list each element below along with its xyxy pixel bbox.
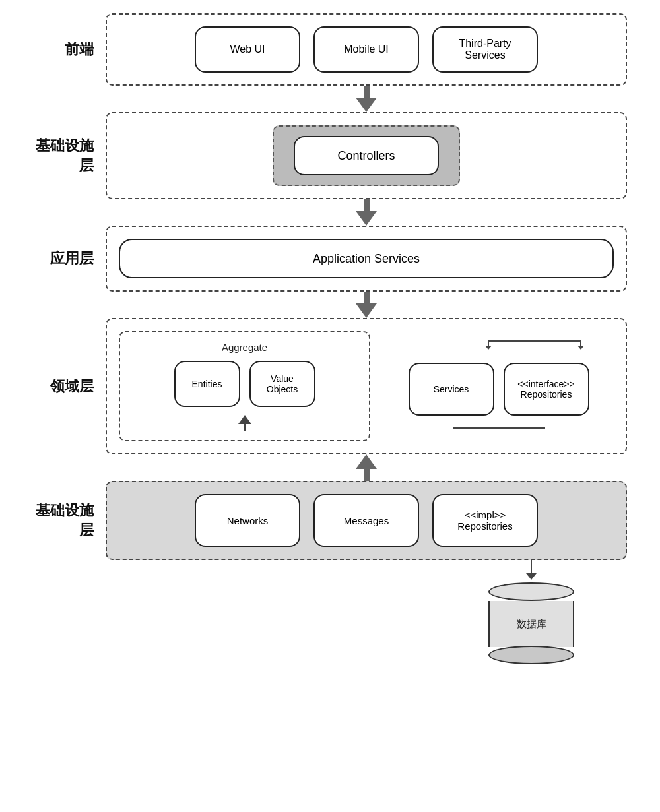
app-content: Application Services bbox=[119, 239, 614, 278]
domain-box: Aggregate Entities ValueObjects bbox=[106, 318, 627, 454]
domain-right-row: Services <<interface>>Repositories bbox=[383, 363, 614, 416]
domain-label: 领域层 bbox=[33, 377, 106, 396]
domain-bottom-svg bbox=[433, 425, 565, 438]
frontend-content: Web UI Mobile UI Third-PartyServices bbox=[119, 26, 614, 73]
database-label: 数据库 bbox=[517, 618, 546, 631]
domain-layer-row: 领域层 Aggregate Entities ValueObjects bbox=[33, 318, 627, 454]
messages-box: Messages bbox=[314, 494, 419, 547]
domain-right-connector bbox=[383, 331, 601, 351]
aggregate-box: Aggregate Entities ValueObjects bbox=[119, 331, 370, 441]
third-party-services-box: Third-PartyServices bbox=[432, 26, 538, 73]
database-cylinder: 数据库 bbox=[488, 582, 574, 664]
infra-bottom-layer-row: 基础设施层 Networks Messages <<impl>>Reposito… bbox=[33, 481, 627, 560]
infra-top-content: Controllers bbox=[119, 125, 614, 186]
infra-bottom-content: Networks Messages <<impl>>Repositories bbox=[119, 494, 614, 547]
services-box: Services bbox=[409, 363, 494, 416]
frontend-label: 前端 bbox=[33, 40, 106, 59]
aggregate-arrow-up bbox=[129, 415, 360, 431]
arrow-down-3 bbox=[356, 292, 377, 318]
domain-right: Services <<interface>>Repositories bbox=[383, 331, 614, 438]
infra-top-box: Controllers bbox=[106, 112, 627, 199]
arrow-down-1 bbox=[356, 86, 377, 112]
domain-connection-svg bbox=[469, 331, 601, 351]
svg-marker-2 bbox=[485, 346, 492, 350]
domain-content: Aggregate Entities ValueObjects bbox=[119, 331, 614, 441]
app-services-box: Application Services bbox=[119, 239, 614, 278]
arrow-up-1 bbox=[356, 454, 377, 481]
interface-repos-box: <<interface>>Repositories bbox=[504, 363, 589, 416]
svg-marker-4 bbox=[578, 346, 584, 350]
cylinder-bottom bbox=[488, 646, 574, 664]
controllers-inner-box: Controllers bbox=[273, 125, 460, 186]
infra-top-label: 基础设施层 bbox=[33, 136, 106, 175]
application-box: Application Services bbox=[106, 226, 627, 292]
db-area: 数据库 bbox=[106, 560, 627, 664]
frontend-layer-row: 前端 Web UI Mobile UI Third-PartyServices bbox=[33, 13, 627, 86]
diagram-container: 前端 Web UI Mobile UI Third-PartyServices … bbox=[33, 13, 627, 664]
entities-box: Entities bbox=[174, 361, 240, 407]
application-label: 应用层 bbox=[33, 249, 106, 268]
frontend-box: Web UI Mobile UI Third-PartyServices bbox=[106, 13, 627, 86]
aggregate-items: Entities ValueObjects bbox=[129, 361, 360, 407]
arrow-infra-to-app bbox=[33, 199, 627, 226]
infra-top-layer-row: 基础设施层 Controllers bbox=[33, 112, 627, 199]
arrow-down-2 bbox=[356, 199, 377, 226]
infra-bottom-label: 基础设施层 bbox=[33, 501, 106, 540]
mobile-ui-box: Mobile UI bbox=[314, 26, 419, 73]
networks-box: Networks bbox=[195, 494, 300, 547]
aggregate-label: Aggregate bbox=[129, 342, 360, 353]
application-layer-row: 应用层 Application Services bbox=[33, 226, 627, 292]
domain-bottom-line bbox=[383, 425, 614, 438]
impl-repos-box: <<impl>>Repositories bbox=[432, 494, 538, 547]
arrow-app-to-domain bbox=[33, 292, 627, 318]
database-section: 数据库 bbox=[33, 560, 627, 664]
web-ui-box: Web UI bbox=[195, 26, 300, 73]
value-objects-box: ValueObjects bbox=[249, 361, 315, 407]
controllers-box: Controllers bbox=[294, 136, 439, 175]
cylinder-top bbox=[488, 582, 574, 601]
arrow-infra-to-domain bbox=[33, 454, 627, 481]
arrow-frontend-to-infra bbox=[33, 86, 627, 112]
cylinder-body: 数据库 bbox=[488, 601, 574, 647]
db-arrow: 数据库 bbox=[488, 560, 574, 664]
infra-bottom-box: Networks Messages <<impl>>Repositories bbox=[106, 481, 627, 560]
